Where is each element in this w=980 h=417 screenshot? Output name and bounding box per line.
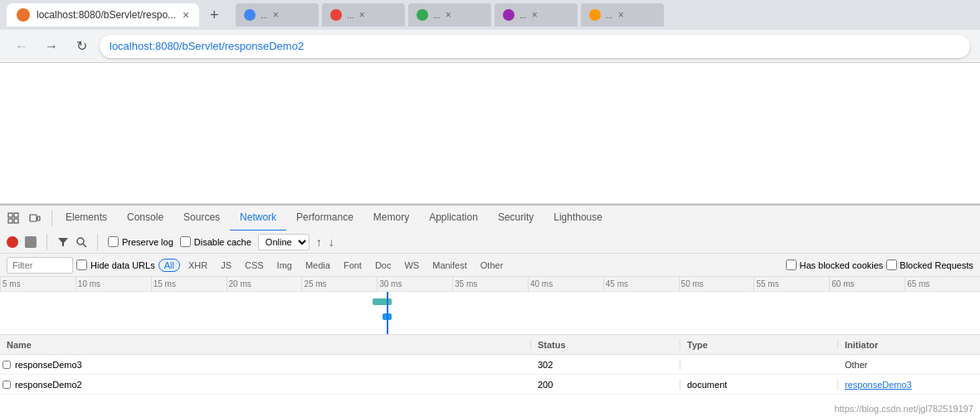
tab-application[interactable]: Application — [419, 205, 488, 231]
tab-favicon — [17, 8, 30, 22]
initiator-link-2[interactable]: responseDemo3 — [845, 380, 912, 390]
svg-point-7 — [77, 238, 84, 245]
has-blocked-cookies-label[interactable]: Has blocked cookies — [786, 259, 883, 270]
active-tab[interactable]: localhost:8080/bServlet/respo... × — [7, 3, 199, 27]
network-toolbar: Preserve log Disable cache Online ↑ ↓ — [0, 230, 980, 254]
ruler-mark-9: 50 ms — [679, 277, 754, 291]
other-tab-favicon-4 — [503, 9, 514, 21]
svg-rect-2 — [8, 219, 12, 223]
record-button[interactable] — [7, 236, 18, 248]
toolbar-separator-1 — [46, 234, 47, 250]
ruler: 5 ms 10 ms 15 ms 20 ms 25 ms 30 ms 35 ms… — [0, 277, 980, 292]
inspect-element-button[interactable] — [3, 208, 23, 228]
other-tab-close-2[interactable]: × — [359, 9, 365, 21]
ruler-mark-5: 30 ms — [377, 277, 452, 291]
filter-type-js[interactable]: JS — [216, 259, 236, 271]
ruler-mark-1: 10 ms — [76, 277, 151, 291]
browser-chrome: localhost:8080/bServlet/respo... × + ...… — [0, 0, 980, 63]
devtools-icons-left — [0, 208, 48, 228]
svg-rect-3 — [14, 219, 18, 223]
table-row[interactable]: responseDemo3 302 Other — [0, 355, 980, 375]
other-tab-1[interactable]: ... × — [236, 3, 319, 27]
svg-rect-0 — [8, 213, 12, 217]
other-tab-close-1[interactable]: × — [273, 9, 279, 21]
row-checkbox-1[interactable] — [0, 361, 13, 369]
table-header: Name Status Type Initiator — [0, 335, 980, 355]
devtools-tabs: Elements Console Sources Network Perform… — [56, 206, 612, 230]
device-toggle-button[interactable] — [25, 208, 45, 228]
cell-type-2: document — [680, 380, 838, 390]
cell-status-2: 200 — [531, 380, 680, 390]
row-1-checkbox[interactable] — [2, 361, 11, 369]
table-row[interactable]: responseDemo2 200 document responseDemo3 — [0, 375, 980, 395]
svg-rect-1 — [14, 213, 18, 217]
other-tab-close-4[interactable]: × — [532, 9, 538, 21]
preserve-log-checkbox[interactable] — [108, 236, 119, 247]
tab-memory[interactable]: Memory — [363, 205, 419, 231]
other-tab-3[interactable]: ... × — [408, 3, 491, 27]
tab-console[interactable]: Console — [117, 205, 173, 231]
address-input[interactable] — [100, 35, 970, 58]
ruler-mark-3: 20 ms — [227, 277, 302, 291]
filter-type-other[interactable]: Other — [475, 259, 509, 271]
ruler-mark-11: 60 ms — [829, 277, 904, 291]
disable-cache-label[interactable]: Disable cache — [180, 236, 251, 247]
preserve-log-label[interactable]: Preserve log — [108, 236, 173, 247]
filter-icon[interactable] — [57, 236, 69, 248]
row-2-checkbox[interactable] — [2, 381, 11, 389]
hide-data-urls-label[interactable]: Hide data URLs — [76, 259, 155, 270]
has-blocked-cookies-checkbox[interactable] — [786, 259, 797, 270]
back-button[interactable]: ← — [10, 35, 33, 58]
filter-type-xhr[interactable]: XHR — [183, 259, 212, 271]
blocked-requests-label[interactable]: Blocked Requests — [886, 259, 973, 270]
col-header-name: Name — [0, 340, 531, 350]
tab-elements[interactable]: Elements — [56, 205, 117, 231]
filter-input[interactable] — [7, 257, 73, 274]
other-tab-2[interactable]: ... × — [322, 3, 405, 27]
filter-type-css[interactable]: CSS — [240, 259, 269, 271]
tab-performance[interactable]: Performance — [286, 205, 363, 231]
filter-type-img[interactable]: Img — [272, 259, 297, 271]
waterfall-bar-row1 — [373, 298, 392, 305]
other-tab-5[interactable]: ... × — [581, 3, 664, 27]
ruler-mark-8: 45 ms — [603, 277, 679, 291]
initiator-text-1: Other — [845, 360, 868, 370]
other-tab-favicon-2 — [330, 9, 342, 21]
svg-rect-4 — [30, 215, 37, 221]
row-checkbox-2[interactable] — [0, 381, 13, 389]
svg-line-8 — [83, 244, 86, 247]
other-tab-favicon-3 — [417, 9, 428, 21]
tab-lighthouse[interactable]: Lighthouse — [544, 205, 612, 231]
other-tab-favicon-1 — [244, 9, 256, 21]
search-icon[interactable] — [76, 236, 87, 248]
tab-network[interactable]: Network — [230, 205, 286, 231]
other-tabs: ... × ... × ... × ... × ... × — [236, 3, 664, 27]
filter-type-ws[interactable]: WS — [399, 259, 424, 271]
attribution: https://blog.csdn.net/jgl782519197 — [834, 404, 973, 414]
disable-cache-checkbox[interactable] — [180, 236, 191, 247]
filter-type-manifest[interactable]: Manifest — [427, 259, 472, 271]
timeline-cursor — [387, 292, 388, 335]
hide-data-urls-checkbox[interactable] — [76, 259, 87, 270]
col-header-status: Status — [531, 340, 680, 350]
filter-type-font[interactable]: Font — [339, 259, 367, 271]
cell-name-1: responseDemo3 — [13, 360, 531, 370]
tab-bar: localhost:8080/bServlet/respo... × + ...… — [0, 0, 980, 30]
upload-icon: ↑ — [316, 235, 322, 249]
new-tab-button[interactable]: + — [202, 3, 226, 27]
forward-button[interactable]: → — [40, 35, 63, 58]
filter-type-doc[interactable]: Doc — [370, 259, 397, 271]
filter-type-all[interactable]: All — [158, 259, 180, 272]
tab-sources[interactable]: Sources — [173, 205, 230, 231]
cell-initiator-2: responseDemo3 — [838, 380, 980, 390]
other-tab-4[interactable]: ... × — [495, 3, 578, 27]
stop-record-button[interactable] — [25, 236, 37, 248]
other-tab-close-3[interactable]: × — [446, 9, 451, 21]
throttle-select[interactable]: Online — [258, 234, 310, 250]
tab-security[interactable]: Security — [488, 205, 544, 231]
tab-close-button[interactable]: × — [183, 8, 189, 22]
blocked-requests-checkbox[interactable] — [886, 259, 897, 270]
filter-type-media[interactable]: Media — [300, 259, 335, 271]
reload-button[interactable]: ↻ — [70, 35, 93, 58]
other-tab-close-5[interactable]: × — [618, 9, 624, 21]
